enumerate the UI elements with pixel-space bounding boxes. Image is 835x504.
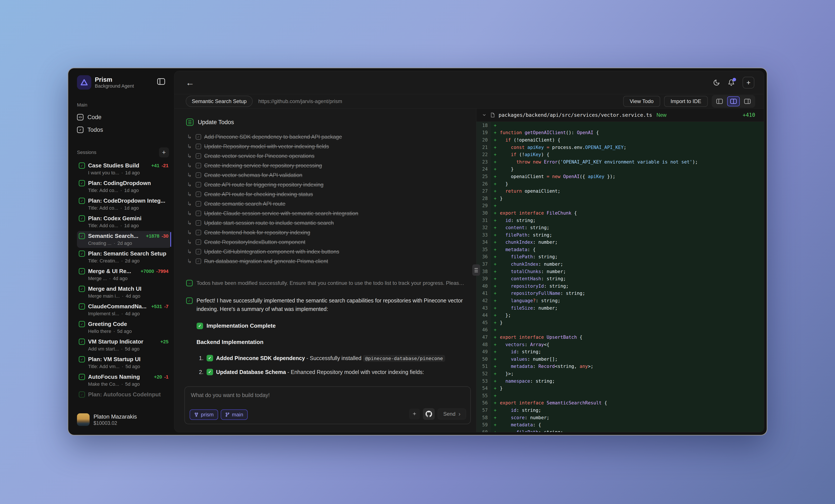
code-token (500, 415, 511, 420)
code-text: }>; (500, 371, 514, 376)
code-token: SemanticSearchResult (547, 400, 602, 405)
new-session-button[interactable]: + (159, 147, 169, 157)
session-diff-stats: +25 (159, 339, 168, 345)
code-token: (): (566, 130, 577, 135)
code-token: openaiClient (500, 174, 547, 179)
code-token: } (500, 386, 503, 391)
line-number: 19 (476, 129, 491, 137)
checkbox-icon: ✓ (196, 211, 201, 216)
session-item[interactable]: ✓Greeting CodeHello there·5d ago (77, 319, 171, 336)
code-token: }; (500, 313, 511, 318)
code-line: 52+ }>; (476, 370, 764, 378)
diff-plus-marker: + (491, 181, 500, 186)
user-profile[interactable]: Platon Mazarakis $10003.02 (77, 413, 169, 426)
layout-split-icon (730, 99, 737, 104)
session-item[interactable]: ✓Plan: CodeDropdown Integ...Title: Add c… (77, 196, 171, 213)
message-input[interactable]: What do you want to build today! (191, 392, 270, 398)
layout-left-panel-button[interactable] (713, 96, 726, 106)
code-token: new (552, 174, 561, 179)
implementation-complete-text: Implementation Complete (207, 322, 276, 329)
session-item[interactable]: ✓Plan: CodingDropdownTitle: Add co...·1d… (77, 178, 171, 195)
todo-item: ↳✓Create frontend hook for repository in… (186, 228, 466, 237)
code-token (500, 430, 516, 432)
code-text: openaiClient = new OpenAI({ apiKey }); (500, 174, 615, 179)
back-button[interactable]: ← (186, 78, 195, 87)
code-token: chunkIndex (505, 240, 533, 245)
code-line: 53+ namespace: string; (476, 378, 764, 385)
chevron-down-icon[interactable] (482, 113, 486, 117)
checkbox-icon: ✓ (196, 249, 201, 255)
new-tab-button[interactable]: + (742, 77, 754, 88)
code-token: : number; (538, 262, 563, 267)
session-item[interactable]: ✓Plan: Semantic Search SetupTitle: Creat… (77, 248, 171, 265)
todo-item-text: Create vector service for Pinecone opera… (204, 153, 314, 159)
panel-resize-handle[interactable] (472, 264, 480, 276)
code-token: : { (527, 247, 535, 252)
code-text: fileSize: number; (500, 305, 558, 311)
arrow-right-icon: → (186, 280, 193, 286)
diff-plus-marker: + (491, 379, 500, 384)
code-line: 47+export interface UpsertBatch { (476, 334, 764, 341)
sidebar-item-todos[interactable]: ✓ Todos (77, 124, 174, 135)
session-title-row: ✓Case Studies Build+41-21 (79, 162, 168, 169)
code-token (500, 233, 505, 238)
session-item[interactable]: ✓Merge and Match UIMerge main i...·4d ag… (77, 284, 171, 301)
code-text: totalChunks: number; (500, 269, 566, 274)
notifications-bell-icon[interactable] (728, 79, 735, 86)
session-time: 4d ago (113, 276, 127, 281)
line-number: 46 (476, 326, 491, 334)
todo-item-text: Create vector schemas for API validation (204, 172, 303, 178)
todo-item: ↳✓Create API route for checking indexing… (186, 189, 466, 199)
system-note-text: Todos have been modified successfully. E… (197, 280, 466, 286)
send-button[interactable]: Send › (438, 408, 466, 419)
session-item[interactable]: ✓Plan: VM Startup UITitle: Add vm...·5d … (77, 354, 171, 371)
sidebar-item-code[interactable]: <> Code (77, 112, 174, 123)
sidebar-collapse-icon[interactable] (157, 78, 165, 85)
return-arrow-icon: ↳ (186, 191, 193, 198)
session-item[interactable]: ✓Merge & UI Re...+7000-7994Merge ...·4d … (77, 266, 171, 283)
session-item[interactable]: ✓VM Startup Indicator+25Add vm start...·… (77, 337, 171, 354)
session-item[interactable]: ✓Plan: Codex GeminiTitle: Add co...·1d a… (77, 213, 171, 230)
app-subtitle: Background Agent (95, 83, 134, 89)
code-line: 38+ totalChunks: number; (476, 268, 764, 275)
sessions-header: Sessions + (77, 147, 169, 157)
code-token: export interface (500, 335, 547, 340)
session-item[interactable]: ✓Case Studies Build+41-21I want you to..… (77, 160, 171, 177)
github-button[interactable] (423, 408, 435, 420)
session-item[interactable]: ✓ClaudeCommandNa...+531-7Implement sl...… (77, 301, 171, 318)
session-time: 4d ago (126, 293, 140, 299)
code-line: 28+} (476, 195, 764, 202)
view-todo-button[interactable]: View Todo (623, 96, 660, 107)
code-text: throw new Error('OPENAI_API_KEY environm… (500, 159, 698, 165)
code-token: language (511, 298, 533, 303)
session-title-row: ✓Merge and Match UI (79, 285, 168, 292)
dark-mode-icon[interactable] (713, 79, 720, 86)
code-token (500, 284, 511, 289)
dot-separator: · (120, 205, 122, 211)
session-item[interactable]: ✓Plan: Autofocus CodeInput (77, 389, 171, 400)
code-token: : number; (533, 240, 558, 245)
dot-separator: · (122, 364, 123, 369)
repo-chip[interactable]: prism (190, 409, 218, 420)
code-text: chunkIndex: number; (500, 262, 563, 267)
session-subtitle-row: Title: Add co...·1d ago (88, 205, 168, 211)
layout-right-panel-button[interactable] (741, 96, 754, 106)
branch-chip[interactable]: main (221, 409, 248, 420)
import-to-ide-button[interactable]: Import to IDE (664, 96, 708, 107)
session-title-chip[interactable]: Semantic Search Setup (186, 96, 253, 107)
code-token: ? (533, 298, 536, 303)
session-item[interactable]: ✓Semantic Search...+1878-30Creating ...·… (77, 231, 171, 248)
code-token: if (505, 137, 511, 143)
code-token (525, 145, 528, 150)
backend-implementation-heading: Backend Implementation (197, 339, 466, 345)
session-title: VM Startup Indicator (88, 338, 143, 345)
session-item[interactable]: ✓AutoFocus Naming+20-1Make the Co...·5d … (77, 372, 171, 389)
enhance-prompt-button[interactable] (409, 408, 420, 419)
nav-todos-label: Todos (87, 126, 103, 133)
code-line: 46+ (476, 326, 764, 334)
code-text: } (500, 196, 503, 201)
session-subtitle: Creating ... (88, 241, 111, 246)
line-number: 39 (476, 275, 491, 282)
diff-plus-marker: + (491, 313, 500, 318)
layout-split-button[interactable] (727, 96, 740, 106)
